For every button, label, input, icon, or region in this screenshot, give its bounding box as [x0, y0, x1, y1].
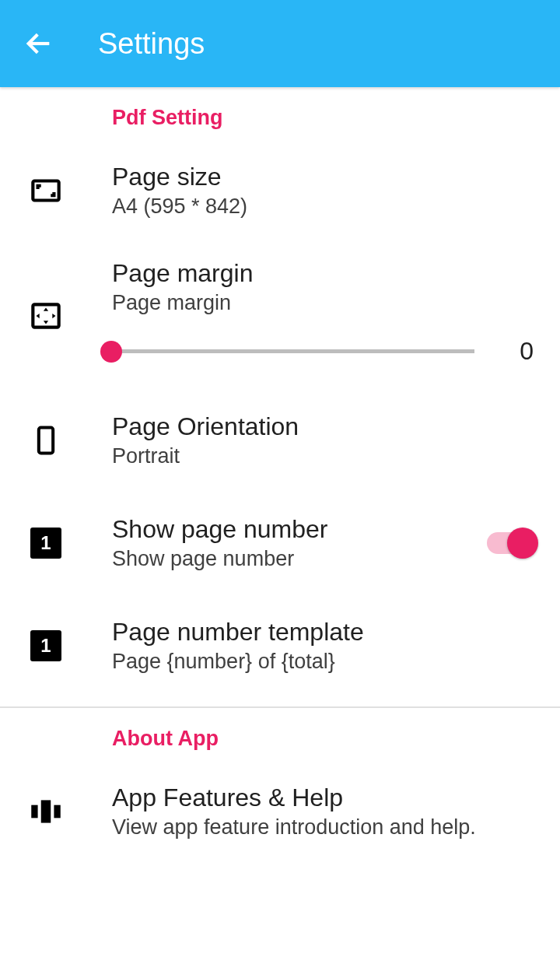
svg-rect-9 [41, 800, 51, 822]
setting-page-number-template[interactable]: 1 Page number template Page {number} of … [0, 594, 560, 697]
setting-orientation[interactable]: Page Orientation Portrait [0, 389, 560, 492]
svg-rect-1 [33, 181, 58, 201]
margin-icon [26, 296, 65, 335]
back-icon[interactable] [23, 28, 54, 59]
setting-title: Show page number [112, 515, 487, 544]
setting-subtitle: Page {number} of {total} [112, 650, 534, 674]
setting-show-page-number[interactable]: 1 Show page number Show page number [0, 492, 560, 594]
toggle-knob [507, 528, 538, 559]
setting-title: Page Orientation [112, 412, 534, 441]
setting-subtitle: Show page number [112, 547, 487, 571]
svg-rect-7 [39, 428, 53, 454]
margin-value: 0 [510, 337, 534, 366]
margin-slider[interactable] [112, 349, 474, 353]
setting-page-size[interactable]: Page size A4 (595 * 842) [0, 139, 560, 242]
page-title: Settings [98, 27, 205, 61]
portrait-icon [26, 421, 65, 460]
svg-marker-4 [44, 321, 48, 324]
aspect-ratio-icon [26, 171, 65, 210]
setting-app-features[interactable]: App Features & Help View app feature int… [0, 760, 560, 863]
setting-subtitle: A4 (595 * 842) [112, 195, 534, 219]
svg-marker-3 [44, 308, 48, 311]
app-header: Settings [0, 0, 560, 87]
setting-subtitle: Portrait [112, 444, 534, 468]
page-number-icon: 1 [26, 524, 65, 563]
setting-subtitle: Page margin [112, 291, 534, 315]
section-header-about: About App [0, 708, 560, 760]
carousel-icon [26, 792, 65, 831]
setting-subtitle: View app feature introduction and help. [112, 815, 534, 840]
setting-title: Page number template [112, 618, 534, 647]
svg-rect-8 [31, 805, 37, 819]
svg-rect-10 [54, 805, 60, 819]
show-page-number-toggle[interactable] [487, 532, 534, 554]
setting-title: Page size [112, 163, 534, 191]
svg-marker-6 [52, 314, 55, 318]
setting-page-margin[interactable]: Page margin Page margin 0 [0, 242, 560, 389]
setting-title: Page margin [112, 259, 534, 288]
setting-title: App Features & Help [112, 783, 534, 812]
content: Pdf Setting Page size A4 (595 * 842) [0, 87, 560, 863]
page-number-icon: 1 [26, 626, 65, 665]
section-header-pdf: Pdf Setting [0, 87, 560, 139]
slider-thumb[interactable] [100, 341, 122, 363]
svg-marker-5 [37, 314, 40, 318]
